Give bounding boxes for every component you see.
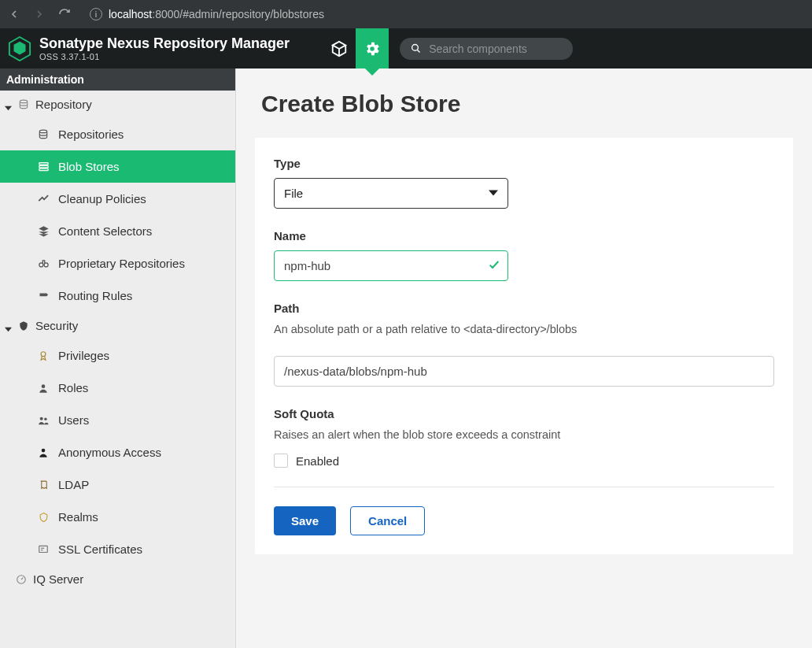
sidebar-item-blob-stores[interactable]: Blob Stores	[0, 150, 235, 183]
header-icon-group	[323, 28, 389, 69]
caret-down-icon	[5, 101, 12, 108]
database-icon	[18, 99, 29, 110]
sidebar-item-content-selectors[interactable]: Content Selectors	[0, 215, 235, 247]
sidebar-group-header-repository[interactable]: Repository	[0, 91, 235, 118]
svg-rect-7	[39, 163, 47, 165]
app-version: OSS 3.37.1-01	[39, 52, 290, 62]
browser-chrome: i localhost:8000/#admin/repository/blobs…	[0, 0, 812, 28]
search-input[interactable]	[429, 43, 562, 55]
field-path: Path An absolute path or a path relative…	[274, 302, 774, 387]
sidebar-group-security: Security Privileges Roles Users Anonymo	[0, 312, 235, 565]
svg-point-17	[42, 448, 46, 452]
svg-point-2	[412, 45, 419, 51]
field-label: Path	[274, 302, 774, 315]
sidebar-item-repositories[interactable]: Repositories	[0, 118, 235, 150]
svg-point-11	[44, 263, 48, 267]
enabled-checkbox[interactable]	[274, 454, 288, 468]
select-value: File	[284, 187, 303, 200]
url-text: localhost:8000/#admin/repository/blobsto…	[109, 8, 324, 20]
brush-icon	[36, 193, 50, 205]
chevron-down-icon	[489, 187, 498, 200]
shield-icon	[18, 320, 29, 331]
url-host: localhost	[109, 8, 152, 20]
sidebar-item-ldap[interactable]: LDAP	[0, 468, 235, 501]
sidebar-item-label: Blob Stores	[58, 160, 120, 173]
svg-point-15	[40, 417, 43, 420]
sidebar-item-label: Repositories	[58, 128, 124, 141]
browser-forward-button[interactable]	[33, 8, 46, 20]
svg-point-10	[39, 263, 42, 267]
app-header: Sonatype Nexus Repository Manager OSS 3.…	[0, 28, 812, 69]
signpost-icon	[36, 290, 50, 302]
address-bar[interactable]: i localhost:8000/#admin/repository/blobs…	[90, 8, 324, 20]
sidebar-group-label: Repository	[35, 98, 92, 111]
main-content: Create Blob Store Type File Name	[236, 69, 812, 648]
site-info-icon[interactable]: i	[90, 8, 102, 20]
sidebar-item-roles[interactable]: Roles	[0, 372, 235, 404]
sidebar-item-label: Privileges	[58, 349, 109, 362]
type-select[interactable]: File	[274, 178, 508, 209]
svg-point-16	[44, 417, 47, 420]
sidebar-item-routing-rules[interactable]: Routing Rules	[0, 280, 235, 312]
sidebar-item-anonymous-access[interactable]: Anonymous Access	[0, 436, 235, 468]
svg-line-3	[417, 50, 419, 52]
field-label: Type	[274, 157, 774, 170]
browser-back-button[interactable]	[8, 8, 20, 20]
button-row: Save Cancel	[274, 506, 774, 535]
sidebar-item-label: Users	[58, 413, 89, 427]
checkmark-icon	[488, 258, 500, 274]
dashboard-icon	[16, 574, 27, 585]
sonatype-logo	[8, 35, 31, 62]
sidebar-item-label: Content Selectors	[58, 224, 152, 238]
sidebar-item-label: Realms	[58, 510, 98, 524]
app-title-block: Sonatype Nexus Repository Manager OSS 3.…	[39, 35, 290, 61]
sidebar-group-label: Security	[35, 319, 78, 332]
path-input[interactable]	[274, 356, 774, 387]
svg-point-14	[42, 384, 46, 388]
sidebar-group-header-security[interactable]: Security	[0, 312, 235, 339]
field-hint: Raises an alert when the blob store exce…	[274, 428, 774, 441]
server-icon	[36, 161, 50, 172]
sidebar-item-realms[interactable]: Realms	[0, 501, 235, 533]
browser-reload-button[interactable]	[58, 8, 71, 20]
sidebar-item-proprietary-repositories[interactable]: Proprietary Repositories	[0, 247, 235, 280]
browse-mode-button[interactable]	[323, 28, 356, 69]
field-label: Name	[274, 229, 774, 243]
admin-mode-button[interactable]	[356, 28, 389, 69]
sidebar-item-label: Cleanup Policies	[58, 192, 146, 206]
layers-icon	[36, 225, 50, 237]
sidebar-item-users[interactable]: Users	[0, 404, 235, 436]
sidebar-group-header-iq-server[interactable]: IQ Server	[0, 565, 235, 593]
svg-rect-9	[39, 168, 47, 171]
people-icon	[36, 415, 50, 426]
svg-rect-18	[39, 546, 48, 552]
search-icon	[411, 43, 421, 54]
field-soft-quota: Soft Quota Raises an alert when the blob…	[274, 407, 774, 468]
divider	[274, 487, 774, 487]
binoculars-icon	[36, 257, 50, 269]
sidebar-item-label: Routing Rules	[58, 289, 132, 302]
person-badge-icon	[36, 383, 50, 394]
soft-quota-enabled-row[interactable]: Enabled	[274, 454, 774, 468]
sidebar-item-label: Anonymous Access	[58, 446, 161, 459]
search-box[interactable]	[400, 38, 573, 60]
page-title: Create Blob Store	[236, 69, 812, 138]
browser-nav-group	[8, 8, 71, 20]
shield-outline-icon	[36, 512, 50, 523]
sidebar: Administration Repository Repositories	[0, 69, 236, 648]
field-hint: An absolute path or a path relative to <…	[274, 323, 774, 335]
sidebar-item-privileges[interactable]: Privileges	[0, 339, 235, 372]
name-input[interactable]	[274, 250, 508, 281]
sidebar-group-label: IQ Server	[33, 572, 83, 586]
sidebar-item-cleanup-policies[interactable]: Cleanup Policies	[0, 183, 235, 215]
sidebar-group-repository: Repository Repositories Blob Stores Clea…	[0, 91, 235, 312]
certificate-icon	[36, 544, 50, 555]
sidebar-item-ssl-certificates[interactable]: SSL Certificates	[0, 533, 235, 565]
svg-point-6	[39, 130, 46, 133]
name-input-wrap	[274, 250, 508, 281]
sidebar-title: Administration	[0, 69, 236, 91]
save-button[interactable]: Save	[274, 506, 336, 535]
cancel-button[interactable]: Cancel	[350, 506, 425, 535]
sidebar-item-label: Proprietary Repositories	[58, 257, 185, 270]
field-name: Name	[274, 229, 774, 281]
